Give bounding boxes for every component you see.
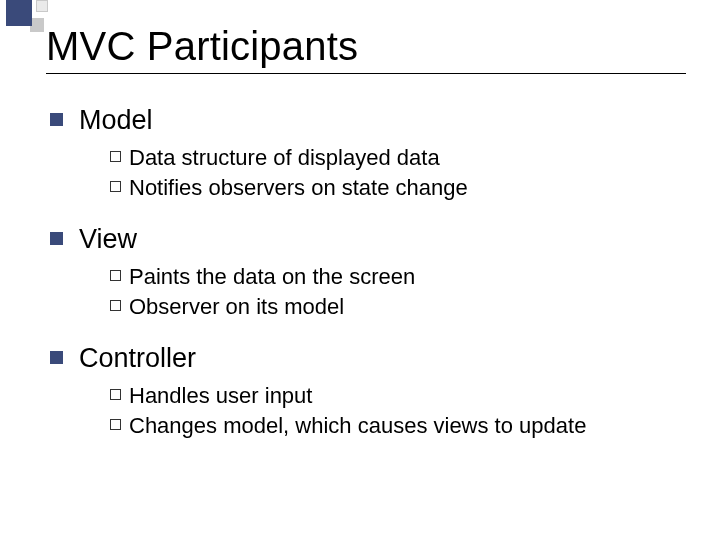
deco-square-icon: [30, 18, 44, 32]
deco-square-icon: [6, 0, 32, 26]
hollow-square-bullet-icon: [110, 300, 121, 311]
deco-square-icon: [36, 0, 48, 12]
list-item-text: Observer on its model: [129, 293, 344, 322]
list-item-text: Data structure of displayed data: [129, 144, 440, 173]
section-items: Handles user input Changes model, which …: [110, 382, 670, 441]
square-bullet-icon: [50, 351, 63, 364]
list-item: Data structure of displayed data: [110, 144, 670, 173]
section-items: Paints the data on the screen Observer o…: [110, 263, 670, 322]
list-item-text: Handles user input: [129, 382, 312, 411]
section-heading: Controller: [50, 342, 670, 376]
hollow-square-bullet-icon: [110, 181, 121, 192]
list-item-text: Changes model, which causes views to upd…: [129, 412, 586, 441]
list-item-text: Paints the data on the screen: [129, 263, 415, 292]
section-heading: View: [50, 223, 670, 257]
list-item: Notifies observers on state change: [110, 174, 670, 203]
hollow-square-bullet-icon: [110, 151, 121, 162]
square-bullet-icon: [50, 232, 63, 245]
title-underline: [46, 73, 686, 74]
slide-title: MVC Participants: [46, 24, 358, 69]
hollow-square-bullet-icon: [110, 419, 121, 430]
section-heading-text: Model: [79, 104, 153, 138]
list-item: Paints the data on the screen: [110, 263, 670, 292]
list-item: Changes model, which causes views to upd…: [110, 412, 670, 441]
section-heading-text: View: [79, 223, 137, 257]
list-item-text: Notifies observers on state change: [129, 174, 468, 203]
section-items: Data structure of displayed data Notifie…: [110, 144, 670, 203]
section-heading-text: Controller: [79, 342, 196, 376]
list-item: Observer on its model: [110, 293, 670, 322]
list-item: Handles user input: [110, 382, 670, 411]
slide-body: Model Data structure of displayed data N…: [50, 98, 670, 461]
hollow-square-bullet-icon: [110, 270, 121, 281]
slide: MVC Participants Model Data structure of…: [0, 0, 720, 540]
square-bullet-icon: [50, 113, 63, 126]
section-heading: Model: [50, 104, 670, 138]
hollow-square-bullet-icon: [110, 389, 121, 400]
